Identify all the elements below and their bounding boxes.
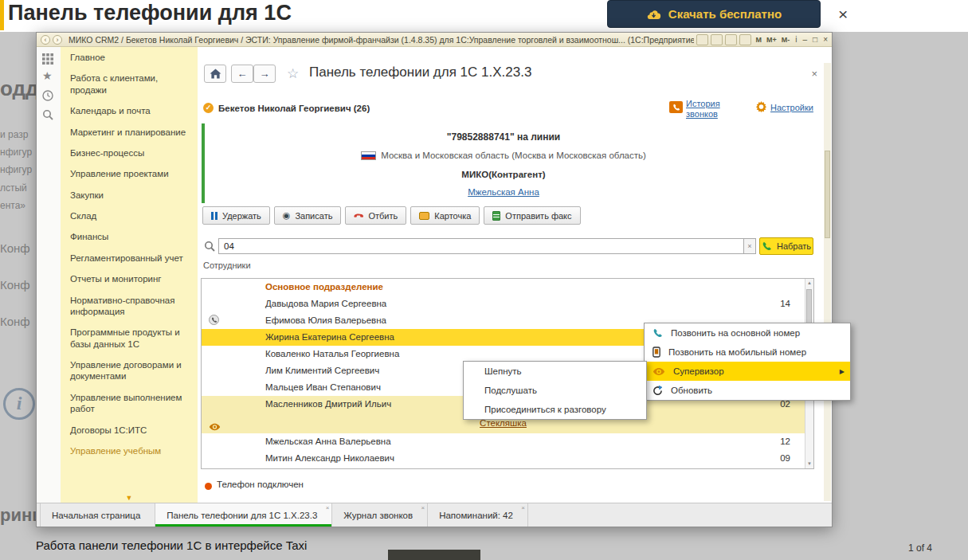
- window-title: МИКО CRM2 / Бекетов Николай Георгиевич /…: [69, 35, 694, 45]
- window-maximize-icon[interactable]: □: [813, 35, 817, 44]
- sidebar-item-vypolnenie-rabot[interactable]: Управление выполнением работ: [61, 387, 198, 420]
- cloud-download-icon: [646, 9, 661, 20]
- background-text-fragment: одд: [0, 76, 39, 101]
- clear-search-icon[interactable]: ×: [744, 238, 756, 254]
- department-group-row[interactable]: Основное подразделение: [202, 279, 805, 296]
- dial-search-input[interactable]: [218, 238, 744, 254]
- department-group-label: Основное подразделение: [265, 282, 383, 292]
- sidebar-item-proekty[interactable]: Управление проектами: [61, 163, 198, 184]
- tab-call-log[interactable]: Журнал звонков ×: [332, 503, 428, 527]
- hold-button[interactable]: Удержать: [202, 206, 270, 225]
- form-title: Панель телефонии для 1С 1.X.23.3: [309, 65, 531, 80]
- phone-icon: [672, 104, 680, 112]
- back-button[interactable]: ←: [231, 65, 253, 83]
- menu-item-label: Позвонить на мобильный номер: [668, 347, 806, 357]
- employee-row[interactable]: Давыдова Мария Сергеевна 14: [202, 296, 805, 312]
- sidebar-item-marketing[interactable]: Маркетинг и планирование: [61, 122, 198, 143]
- sidebar-item-glavnoe[interactable]: Главное: [61, 47, 198, 68]
- gear-icon[interactable]: [755, 100, 767, 112]
- tab-telephony-panel[interactable]: Панель телефонии для 1С 1.X.23.3 ×: [155, 503, 332, 527]
- sidebar-item-otchety[interactable]: Отчеты и мониторинг: [61, 268, 198, 289]
- tab-label: Начальная страница: [52, 511, 140, 520]
- caller-region: Москва и Московская область (Москва и Мо…: [207, 151, 800, 160]
- hangup-button[interactable]: Отбить: [345, 206, 406, 225]
- titlebar-m-button[interactable]: M: [756, 36, 762, 44]
- scroll-down-icon[interactable]: ▼: [805, 460, 813, 468]
- tab-close-icon[interactable]: ×: [521, 504, 525, 511]
- submenu-item-whisper[interactable]: Шепнуть: [464, 362, 646, 381]
- window-minimize-icon[interactable]: –: [803, 35, 808, 44]
- tab-close-icon[interactable]: ×: [326, 504, 330, 511]
- tab-home-page[interactable]: Начальная страница: [40, 503, 155, 527]
- titlebar-m-plus-button[interactable]: M+: [766, 36, 777, 44]
- favorite-toggle-star-icon[interactable]: ☆: [287, 65, 299, 82]
- tab-label: Журнал звонков: [343, 511, 413, 520]
- titlebar-tool-icon[interactable]: [739, 34, 751, 45]
- card-icon: [419, 212, 429, 220]
- scroll-up-icon[interactable]: ▲: [805, 279, 813, 288]
- call-history-icon[interactable]: [669, 101, 683, 113]
- employee-name: Мжельская Анна Валерьевна: [265, 437, 391, 446]
- window-close-icon[interactable]: ×: [823, 35, 828, 44]
- tab-label: Панель телефонии для 1С 1.X.23.3: [167, 511, 317, 520]
- titlebar-forward-icon[interactable]: ›: [53, 35, 62, 45]
- menu-item-refresh[interactable]: Обновить: [645, 381, 850, 400]
- lightbox-close-icon[interactable]: ×: [838, 5, 848, 24]
- tab-close-icon[interactable]: ×: [421, 504, 425, 511]
- sidebar-item-sklad[interactable]: Склад: [61, 206, 198, 226]
- titlebar-tool-icon[interactable]: [711, 34, 723, 45]
- employee-context-menu: Позвонить на основной номер Позвонить на…: [644, 323, 851, 401]
- fax-document-icon: [492, 211, 500, 221]
- submenu-item-join-call[interactable]: Присоединиться к разговору: [464, 400, 646, 419]
- tab-reminders[interactable]: Напоминаний: 42 ×: [428, 503, 528, 527]
- titlebar-m-minus-button[interactable]: M-: [782, 36, 790, 44]
- phone-status-dot: [205, 483, 212, 490]
- sidebar-item-dogovory-its[interactable]: Договоры 1С:ИТС: [61, 420, 198, 441]
- sidebar-item-dogovory-dokumenty[interactable]: Управление договорами и документами: [61, 354, 198, 387]
- sidebar-scroll-down-icon[interactable]: ▼: [61, 494, 198, 502]
- home-button[interactable]: [204, 65, 226, 83]
- sidebar-item-zakupki[interactable]: Закупки: [61, 185, 198, 206]
- send-fax-button[interactable]: Отправить факс: [484, 206, 580, 225]
- background-text-fragment: Конф: [0, 278, 30, 292]
- caller-number: "79852888741" на линии: [207, 131, 800, 143]
- sidebar-item-nsi[interactable]: Нормативно-справочная информация: [61, 290, 198, 323]
- download-free-button[interactable]: Скачать бесплатно: [607, 0, 821, 28]
- caller-contact-row: Мжельская Анна: [207, 187, 800, 197]
- employee-row[interactable]: Митин Александр Николаевич 09: [202, 450, 805, 467]
- form-scrollbar[interactable]: [824, 63, 831, 501]
- sidebar-item-produkty-1c[interactable]: Программные продукты и базы данных 1С: [61, 322, 198, 354]
- caller-contact-link[interactable]: Мжельская Анна: [468, 187, 539, 197]
- sidebar-item-uchebnym[interactable]: Управление учебным: [61, 441, 198, 461]
- card-button[interactable]: Карточка: [410, 206, 480, 225]
- titlebar-tool-icon[interactable]: [696, 34, 708, 45]
- pause-icon: [211, 212, 218, 220]
- employee-row[interactable]: Мжельская Анна Валерьевна 12: [202, 433, 805, 450]
- settings-link[interactable]: Настройки: [770, 103, 813, 112]
- forward-button[interactable]: →: [253, 65, 276, 83]
- record-icon: ◉: [283, 211, 291, 220]
- call-history-link[interactable]: История звонков: [686, 99, 729, 119]
- sidebar-item-reglament-uchet[interactable]: Регламентированный учет: [61, 248, 198, 268]
- form-scrollbar-thumb[interactable]: [825, 151, 830, 238]
- background-text-fragment: ента»: [0, 200, 25, 211]
- sidebar-item-biznes-processy[interactable]: Бизнес-процессы: [61, 143, 198, 163]
- titlebar-tool-icon[interactable]: [725, 34, 737, 45]
- menu-item-call-mobile-number[interactable]: Позвонить на мобильный номер: [645, 343, 850, 362]
- sidebar-item-finansy[interactable]: Финансы: [61, 226, 198, 247]
- dial-button[interactable]: Набрать: [759, 237, 813, 255]
- favorites-star-icon[interactable]: ★: [42, 69, 53, 82]
- sidebar-item-kalendar[interactable]: Календарь и почта: [61, 100, 198, 121]
- submenu-item-listen[interactable]: Подслушать: [464, 381, 646, 400]
- form-close-icon[interactable]: ×: [811, 68, 817, 80]
- record-button[interactable]: ◉ Записать: [274, 206, 342, 225]
- titlebar-info-icon[interactable]: i: [795, 35, 797, 44]
- menu-item-supervisor[interactable]: Супервизор ▶: [645, 362, 850, 381]
- titlebar-back-icon[interactable]: ‹: [41, 35, 50, 45]
- search-icon[interactable]: [42, 109, 53, 120]
- sections-sidebar: Главное Работа с клиентами, продажи Кале…: [61, 47, 198, 503]
- main-menu-grid-icon[interactable]: [42, 53, 53, 65]
- history-clock-icon[interactable]: [42, 90, 53, 101]
- sidebar-item-klienty[interactable]: Работа с клиентами, продажи: [61, 68, 198, 100]
- menu-item-call-main-number[interactable]: Позвонить на основной номер: [645, 323, 850, 343]
